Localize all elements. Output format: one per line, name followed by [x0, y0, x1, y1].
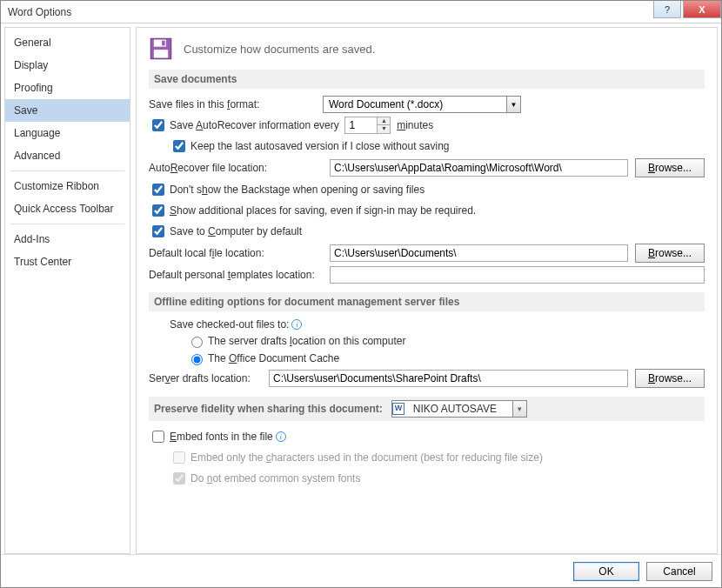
server-drafts-label: The server drafts location on this compu… [208, 335, 405, 347]
server-drafts-browse-button[interactable]: Browse... [635, 369, 705, 388]
autorecover-browse-button[interactable]: Browse... [635, 158, 705, 177]
row-autorecover: Save AutoRecover information every ▲ ▼ m… [149, 117, 705, 134]
server-drafts-location-label: Server drafts location: [149, 372, 262, 384]
sidebar-item-advanced[interactable]: Advanced [5, 144, 130, 167]
save-computer-label: Save to Computer by default [170, 225, 302, 237]
chevron-down-icon: ▼ [506, 97, 520, 112]
cancel-button[interactable]: Cancel [646, 562, 712, 581]
no-embed-common-checkbox [173, 472, 185, 484]
sidebar-item-qat[interactable]: Quick Access Toolbar [5, 197, 130, 220]
content: Customize how documents are saved. Save … [136, 27, 718, 554]
window: Word Options ? X General Display Proofin… [0, 0, 722, 588]
row-show-additional: Show additional places for saving, even … [149, 202, 705, 219]
default-local-label: Default local file location: [149, 247, 323, 259]
default-templates-label: Default personal templates location: [149, 269, 323, 281]
minutes-label: minutes [397, 119, 433, 131]
autorecover-label: Save AutoRecover information every [170, 119, 339, 131]
autorecover-location-input[interactable] [330, 159, 628, 177]
header: Customize how documents are saved. [149, 37, 705, 61]
sidebar-item-language[interactable]: Language [5, 122, 130, 144]
sidebar-item-proofing[interactable]: Proofing [5, 77, 130, 99]
save-format-value: Word Document (*.docx) [324, 98, 506, 110]
row-no-embed-common: Do not embed common system fonts [170, 470, 705, 487]
ok-button[interactable]: OK [573, 562, 639, 581]
sidebar-item-addins[interactable]: Add-Ins [5, 228, 130, 251]
keep-last-checkbox[interactable] [173, 140, 185, 152]
save-format-combo[interactable]: Word Document (*.docx) ▼ [323, 96, 521, 113]
embed-only-checkbox [173, 451, 185, 464]
autorecover-minutes-input[interactable] [344, 117, 378, 134]
spinner-up-icon[interactable]: ▲ [378, 117, 390, 125]
default-local-input[interactable] [330, 244, 628, 262]
autorecover-checkbox[interactable] [152, 119, 164, 131]
save-computer-checkbox[interactable] [152, 225, 164, 237]
sidebar-item-trust-center[interactable]: Trust Center [5, 251, 130, 273]
sidebar-item-save[interactable]: Save [5, 99, 130, 122]
word-doc-icon [392, 403, 404, 415]
window-title: Word Options [8, 6, 71, 18]
row-dont-show-backstage: Don't show the Backstage when opening or… [149, 181, 705, 198]
embed-fonts-checkbox[interactable] [152, 431, 164, 443]
server-drafts-location-input[interactable] [269, 370, 628, 387]
row-embed-only: Embed only the characters used in the do… [170, 449, 705, 466]
server-drafts-radio[interactable] [191, 337, 203, 348]
show-additional-checkbox[interactable] [152, 204, 164, 217]
spinner-arrows: ▲ ▼ [378, 117, 391, 134]
embed-only-label: Embed only the characters used in the do… [191, 451, 543, 464]
checked-out-label: Save checked-out files to: [170, 318, 289, 331]
sidebar-item-customize-ribbon[interactable]: Customize Ribbon [5, 175, 130, 197]
spinner-down-icon[interactable]: ▼ [378, 125, 390, 133]
info-icon[interactable]: i [276, 431, 286, 442]
row-default-local: Default local file location: Browse... [149, 244, 705, 263]
row-autorecover-location: AutoRecover file location: Browse... [149, 158, 705, 177]
section-save-documents: Save documents [149, 70, 705, 89]
close-button[interactable]: X [683, 1, 721, 18]
help-button[interactable]: ? [653, 1, 681, 18]
preserve-doc-combo[interactable]: NIKO AUTOSAVE ▼ [391, 400, 527, 418]
autorecover-minutes-spinner[interactable]: ▲ ▼ [344, 117, 391, 134]
row-default-templates: Default personal templates location: [149, 266, 705, 284]
default-templates-input[interactable] [330, 266, 705, 284]
row-embed-fonts: Embed fonts in the file i [149, 428, 705, 445]
autorecover-location-label: AutoRecover file location: [149, 162, 323, 174]
titlebar: Word Options ? X [1, 1, 721, 23]
save-icon [149, 37, 173, 61]
row-server-drafts-location: Server drafts location: Browse... [149, 369, 705, 388]
row-checked-out: Save checked-out files to: i [170, 318, 705, 331]
sidebar-separator [10, 224, 124, 224]
row-save-format: Save files in this format: Word Document… [149, 96, 705, 113]
sidebar-item-display[interactable]: Display [5, 54, 130, 77]
footer: OK Cancel [1, 554, 721, 587]
save-format-label: Save files in this format: [149, 98, 323, 110]
row-radio-office-cache: The Office Document Cache [187, 351, 705, 365]
office-cache-label: The Office Document Cache [208, 352, 339, 364]
row-keep-last: Keep the last autosaved version if I clo… [170, 137, 705, 155]
info-icon[interactable]: i [291, 319, 302, 330]
row-radio-server-drafts: The server drafts location on this compu… [187, 334, 705, 348]
office-cache-radio[interactable] [191, 354, 203, 365]
no-embed-common-label: Do not embed common system fonts [191, 472, 360, 484]
show-additional-label: Show additional places for saving, even … [170, 204, 476, 217]
dont-show-backstage-checkbox[interactable] [152, 184, 164, 196]
section-offline: Offline editing options for document man… [149, 292, 705, 311]
sidebar: General Display Proofing Save Language A… [4, 27, 130, 554]
preserve-doc-value: NIKO AUTOSAVE [408, 403, 512, 415]
row-save-computer: Save to Computer by default [149, 223, 705, 240]
sidebar-item-general[interactable]: General [5, 31, 130, 54]
preserve-title: Preserve fidelity when sharing this docu… [154, 403, 383, 415]
embed-fonts-label: Embed fonts in the file [170, 431, 273, 443]
svg-rect-2 [162, 41, 165, 46]
dont-show-backstage-label: Don't show the Backstage when opening or… [170, 184, 425, 196]
section-preserve: Preserve fidelity when sharing this docu… [149, 397, 705, 421]
default-local-browse-button[interactable]: Browse... [635, 244, 705, 263]
header-description: Customize how documents are saved. [184, 43, 375, 56]
body: General Display Proofing Save Language A… [1, 23, 721, 554]
sidebar-separator [10, 170, 124, 171]
chevron-down-icon: ▼ [512, 401, 526, 417]
keep-last-label: Keep the last autosaved version if I clo… [191, 140, 450, 152]
svg-rect-3 [154, 50, 168, 57]
window-buttons: ? X [652, 1, 721, 23]
